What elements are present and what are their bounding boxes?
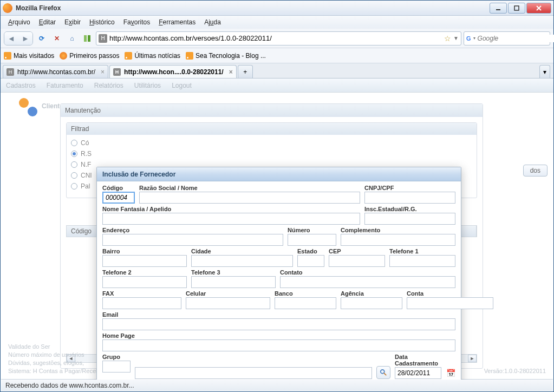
label-data-cad: Data Cadastramento <box>395 354 441 367</box>
close-button[interactable] <box>526 3 551 14</box>
url-bar[interactable]: H ☆ ▼ <box>96 31 461 45</box>
url-dropdown-icon[interactable]: ▼ <box>453 35 459 41</box>
bg-filter-title: Filtrad <box>67 123 477 135</box>
bookmark-star-icon[interactable]: ☆ <box>444 34 451 43</box>
nav-utilitarios[interactable]: Utilitários <box>134 82 161 89</box>
calendar-icon[interactable]: 📅 <box>446 367 455 379</box>
radio-codigo[interactable] <box>71 140 77 146</box>
menu-historico[interactable]: Histórico <box>85 17 119 28</box>
lookup-button[interactable] <box>376 366 390 379</box>
search-engine-dropdown[interactable]: ▾ <box>473 36 475 41</box>
label-fax: FAX <box>102 290 181 297</box>
menu-exibir[interactable]: Exibir <box>60 17 85 28</box>
search-input[interactable] <box>478 35 554 42</box>
menu-favoritos[interactable]: Favoritos <box>119 17 154 28</box>
radio-pal[interactable] <box>71 183 77 190</box>
tab-close-icon[interactable]: × <box>101 68 105 76</box>
radio-cni[interactable] <box>71 172 77 179</box>
menubar: Arquivo Editar Exibir Histórico Favorito… <box>1 16 553 29</box>
label-endereco: Endereço <box>102 227 283 233</box>
input-email[interactable] <box>102 318 455 330</box>
label-email: Email <box>102 311 455 318</box>
menu-ajuda[interactable]: Ajuda <box>200 17 225 28</box>
input-grupo-name[interactable] <box>135 367 372 379</box>
input-codigo[interactable] <box>102 192 135 204</box>
tab-favicon: H <box>6 68 14 76</box>
bookmark-ultimas-noticias[interactable]: Últimas notícias <box>125 52 180 60</box>
label-codigo: Código <box>102 185 135 191</box>
input-data-cad[interactable] <box>395 367 441 379</box>
label-celular: Celular <box>186 290 270 297</box>
label-insc: Insc.Estadual/R.G. <box>364 206 455 212</box>
stop-button[interactable]: ✕ <box>50 32 63 45</box>
input-contato[interactable] <box>280 276 455 288</box>
home-button[interactable]: ⌂ <box>66 32 79 45</box>
bookmark-primeiros-passos[interactable]: Primeiros passos <box>60 52 119 60</box>
input-banco[interactable] <box>275 297 336 309</box>
version-text: Versão:1.0.0-28022011 <box>484 367 546 375</box>
input-tel1[interactable] <box>389 255 455 267</box>
menu-ferramentas[interactable]: Ferramentas <box>154 17 200 28</box>
app-navbar: Cadastros Faturamento Relatórios Utilitá… <box>1 79 553 93</box>
input-endereco[interactable] <box>102 234 283 246</box>
extension-icon[interactable] <box>81 32 94 45</box>
dialog-title: Inclusão de Fornecedor <box>97 167 461 181</box>
tab-list-button[interactable]: ▾ <box>539 65 550 78</box>
input-estado[interactable] <box>297 255 324 267</box>
label-conta: Conta <box>407 290 493 297</box>
label-cidade: Cidade <box>191 248 293 254</box>
minimize-button[interactable] <box>490 3 507 14</box>
forward-button[interactable]: ► <box>18 32 32 45</box>
status-bar: Recebendo dados de www.hcontas.com.br... <box>1 379 553 391</box>
bookmark-mais-visitados[interactable]: Mais visitados <box>4 52 54 60</box>
search-box[interactable]: G ▾ <box>464 31 550 45</box>
input-insc[interactable] <box>364 213 455 225</box>
label-complemento: Complemento <box>341 227 455 233</box>
tab-close-icon[interactable]: × <box>229 68 233 76</box>
menu-arquivo[interactable]: Arquivo <box>4 17 35 28</box>
window-title: Mozilla Firefox <box>16 4 490 12</box>
tab-0[interactable]: Hhttp://www.hcontas.com.br/× <box>3 65 108 78</box>
tab-1[interactable]: Hhttp://www.hcon....0.0-28022011/× <box>109 65 237 78</box>
clients-icon <box>19 98 37 116</box>
input-cnpj[interactable] <box>364 192 455 204</box>
input-complemento[interactable] <box>341 234 455 246</box>
browser-window: Mozilla Firefox Arquivo Editar Exibir Hi… <box>0 0 554 392</box>
input-razao[interactable] <box>139 192 360 204</box>
menu-editar[interactable]: Editar <box>35 17 60 28</box>
back-button[interactable]: ◄ <box>4 32 18 45</box>
maximize-button[interactable] <box>508 3 525 14</box>
reload-button[interactable]: ⟳ <box>35 32 48 45</box>
label-razao: Razão Social / Nome <box>139 185 360 191</box>
url-input[interactable] <box>109 34 442 42</box>
nav-logout[interactable]: Logout <box>172 82 192 89</box>
input-bairro[interactable] <box>102 255 187 267</box>
bg-button-dos[interactable]: dos <box>523 165 548 177</box>
nav-cadastros[interactable]: Cadastros <box>6 82 36 89</box>
bookmark-sea-tecnologia[interactable]: Sea Tecnologia - Blog ... <box>186 52 266 60</box>
input-agencia[interactable] <box>341 297 402 309</box>
input-fantasia[interactable] <box>102 213 360 225</box>
input-fax[interactable] <box>102 297 181 309</box>
svg-rect-5 <box>88 35 90 42</box>
input-cidade[interactable] <box>191 255 293 267</box>
input-cep[interactable] <box>329 255 385 267</box>
nav-relatorios[interactable]: Relatórios <box>94 82 123 89</box>
nav-faturamento[interactable]: Faturamento <box>47 82 83 89</box>
rss-icon <box>4 52 11 60</box>
input-conta[interactable] <box>407 297 493 309</box>
nav-buttons: ◄ ► <box>4 31 33 45</box>
new-tab-button[interactable]: + <box>238 65 253 78</box>
radio-rs[interactable] <box>71 151 77 157</box>
google-icon: G <box>466 34 471 43</box>
input-tel2[interactable] <box>102 276 187 288</box>
svg-rect-4 <box>84 35 87 42</box>
input-celular[interactable] <box>186 297 270 309</box>
input-homepage[interactable] <box>102 339 455 351</box>
input-grupo-code[interactable] <box>102 361 131 373</box>
firefox-icon <box>3 3 12 13</box>
site-identity-icon[interactable]: H <box>99 34 107 43</box>
input-tel3[interactable] <box>191 276 276 288</box>
input-numero[interactable] <box>288 234 336 246</box>
radio-nf[interactable] <box>71 161 77 168</box>
